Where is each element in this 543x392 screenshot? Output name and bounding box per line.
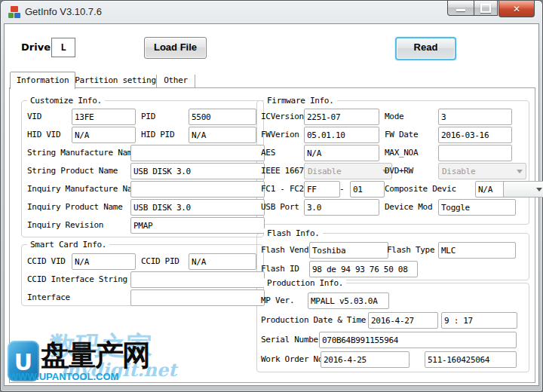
pid-label: PID — [141, 112, 155, 121]
usb-port-input[interactable] — [304, 199, 379, 216]
inquiry-manufacture-input[interactable] — [130, 181, 265, 198]
fw-date-input[interactable] — [438, 127, 512, 143]
vid-input[interactable] — [72, 109, 136, 125]
work-order-label: Work Order No. — [261, 354, 328, 364]
usb-port-label: USB Port — [261, 202, 299, 212]
chevron-down-icon — [517, 170, 523, 173]
flash-id-input[interactable] — [309, 261, 418, 277]
production-date-label: Production Date & Time — [261, 315, 366, 325]
tab-partition-setting[interactable]: Partition setting — [75, 75, 157, 87]
ccid-pid-input[interactable] — [189, 253, 256, 270]
ccid-pid-label: CCID PID — [141, 256, 179, 266]
inquiry-manufacture-label: Inquiry Manufacture Nam — [27, 184, 137, 194]
icversion-input[interactable] — [304, 109, 379, 125]
chevron-down-icon — [536, 188, 542, 191]
mp-ver-input[interactable] — [308, 292, 389, 309]
ieee1667-label: IEEE 1667 — [261, 166, 304, 176]
work-order-number-input[interactable] — [425, 351, 517, 368]
ieee1667-value: Disable — [308, 167, 341, 176]
work-order-date-input[interactable] — [321, 351, 410, 368]
mode-label: Mode — [385, 112, 403, 121]
icversion-label: ICVersion — [261, 112, 304, 121]
flash-type-label: Flash Type — [387, 245, 434, 255]
composite-device-label: Composite Devic — [385, 184, 456, 194]
drive-label: Drive — [21, 41, 51, 53]
flash-info-title: Flash Info. — [264, 228, 323, 238]
composite-device-input[interactable] — [475, 181, 507, 198]
string-product-label: String Product Name — [27, 166, 118, 176]
hid-pid-input[interactable] — [189, 127, 256, 143]
inquiry-revision-label: Inquiry Revision — [27, 220, 103, 230]
aes-label: AES — [261, 148, 275, 158]
fw-date-label: FW Date — [385, 130, 418, 139]
string-manufacture-input[interactable] — [130, 145, 265, 161]
hid-vid-label: HID VID — [27, 130, 60, 139]
max-noa-input[interactable] — [438, 145, 512, 161]
mp-ver-label: MP Ver. — [261, 296, 294, 305]
firmware-info-title: Firmware Info. — [264, 96, 337, 106]
interface-label: Interface — [27, 292, 70, 302]
ieee1667-select: Disable — [304, 163, 392, 179]
read-button[interactable]: Read — [395, 37, 456, 60]
string-manufacture-label: String Manufacture Nam — [27, 148, 132, 158]
device-mode-label: Device Mod — [385, 202, 432, 212]
flash-type-input[interactable] — [438, 242, 516, 259]
flash-vendor-input[interactable] — [309, 242, 388, 259]
aes-input[interactable] — [304, 145, 379, 161]
ccid-vid-input[interactable] — [72, 253, 136, 270]
device-mode-input[interactable] — [438, 199, 516, 216]
fwverion-label: FWVerion — [261, 130, 299, 139]
string-product-input[interactable] — [130, 163, 265, 179]
production-time-input[interactable] — [441, 312, 517, 329]
inquiry-revision-input[interactable] — [130, 217, 265, 234]
production-date-input[interactable] — [368, 312, 438, 329]
screen: GetInfo V3.10.7.6 ✕ Drive Load File Read… — [0, 0, 543, 392]
customize-info-title: Customize Info. — [27, 96, 105, 106]
ccid-vid-label: CCID VID — [27, 256, 66, 266]
dvdrw-value: Disable — [442, 167, 475, 176]
flash-id-label: Flash ID — [261, 264, 299, 274]
max-noa-label: MAX_NOA — [385, 148, 418, 158]
fc-dash: - — [339, 184, 344, 194]
ccid-interface-input[interactable] — [130, 271, 265, 288]
inquiry-product-label: Inquiry Product Name — [27, 202, 122, 212]
fc1-input[interactable] — [304, 181, 340, 198]
tab-information[interactable]: Information — [10, 72, 75, 89]
hid-pid-label: HID PID — [141, 130, 174, 139]
composite-device-select[interactable] — [503, 181, 543, 198]
inquiry-product-input[interactable] — [130, 199, 265, 216]
hid-vid-input[interactable] — [72, 127, 136, 143]
drive-input[interactable] — [51, 38, 75, 57]
mode-input[interactable] — [438, 109, 512, 125]
ccid-interface-label: CCID Interface String — [27, 274, 127, 284]
fc1-fc2-label: FC1 - FC2 — [261, 184, 304, 194]
smart-card-info-title: Smart Card Info. — [27, 240, 109, 250]
flash-vendor-label: Flash Vend — [261, 245, 308, 255]
serial-number-input[interactable] — [319, 332, 517, 348]
pid-input[interactable] — [189, 109, 256, 125]
fwverion-input[interactable] — [304, 127, 379, 143]
vid-label: VID — [27, 112, 41, 121]
production-info-title: Production Info. — [264, 278, 346, 288]
dvdrw-select: Disable — [438, 163, 526, 179]
interface-input[interactable] — [130, 289, 265, 306]
fc2-input[interactable] — [350, 181, 385, 198]
serial-number-label: Serial Number — [261, 335, 323, 345]
load-file-button[interactable]: Load File — [144, 37, 207, 59]
dvdrw-label: DVD+RW — [385, 166, 413, 176]
tab-other[interactable]: Other — [157, 75, 195, 87]
